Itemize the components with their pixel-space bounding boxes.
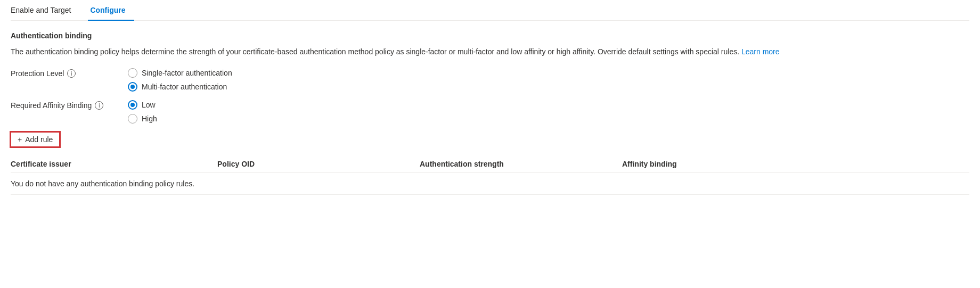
affinity-binding-row: Required Affinity Binding i Low High: [11, 100, 969, 124]
table-body: You do not have any authentication bindi…: [11, 173, 969, 195]
affinity-binding-label: Required Affinity Binding i: [11, 100, 128, 110]
single-factor-label: Single-factor authentication: [142, 69, 232, 77]
affinity-binding-options: Low High: [128, 100, 157, 124]
column-affinity-binding: Affinity binding: [618, 160, 820, 168]
protection-level-info-icon[interactable]: i: [67, 69, 76, 78]
affinity-binding-info-icon[interactable]: i: [95, 101, 103, 110]
high-affinity-label: High: [142, 114, 157, 123]
low-affinity-label: Low: [142, 101, 156, 109]
column-auth-strength: Authentication strength: [415, 160, 618, 168]
tabs-bar: Enable and Target Configure: [11, 0, 969, 21]
protection-level-options: Single-factor authentication Multi-facto…: [128, 68, 232, 92]
multi-factor-label: Multi-factor authentication: [142, 83, 227, 91]
multi-factor-option[interactable]: Multi-factor authentication: [128, 82, 232, 92]
tab-enable-target[interactable]: Enable and Target: [11, 1, 79, 21]
protection-level-label: Protection Level i: [11, 68, 128, 78]
tab-configure[interactable]: Configure: [88, 1, 134, 21]
single-factor-option[interactable]: Single-factor authentication: [128, 68, 232, 78]
description-text: The authentication binding policy helps …: [11, 47, 739, 56]
high-affinity-option[interactable]: High: [128, 114, 157, 124]
low-affinity-radio[interactable]: [128, 100, 137, 110]
page-container: Enable and Target Configure Authenticati…: [0, 0, 980, 288]
column-policy-oid: Policy OID: [213, 160, 415, 168]
protection-level-row: Protection Level i Single-factor authent…: [11, 68, 969, 92]
multi-factor-radio[interactable]: [128, 82, 137, 92]
add-rule-plus-icon: +: [18, 135, 22, 144]
section-title: Authentication binding: [11, 31, 969, 40]
learn-more-link[interactable]: Learn more: [741, 47, 780, 56]
high-affinity-radio[interactable]: [128, 114, 137, 124]
column-certificate-issuer: Certificate issuer: [11, 160, 213, 168]
single-factor-radio[interactable]: [128, 68, 137, 78]
add-rule-button[interactable]: + Add rule: [11, 132, 60, 147]
add-rule-label: Add rule: [25, 135, 53, 144]
low-affinity-option[interactable]: Low: [128, 100, 157, 110]
table-empty-message: You do not have any authentication bindi…: [11, 173, 969, 194]
table-header: Certificate issuer Policy OID Authentica…: [11, 155, 969, 173]
section-description: The authentication binding policy helps …: [11, 46, 916, 57]
